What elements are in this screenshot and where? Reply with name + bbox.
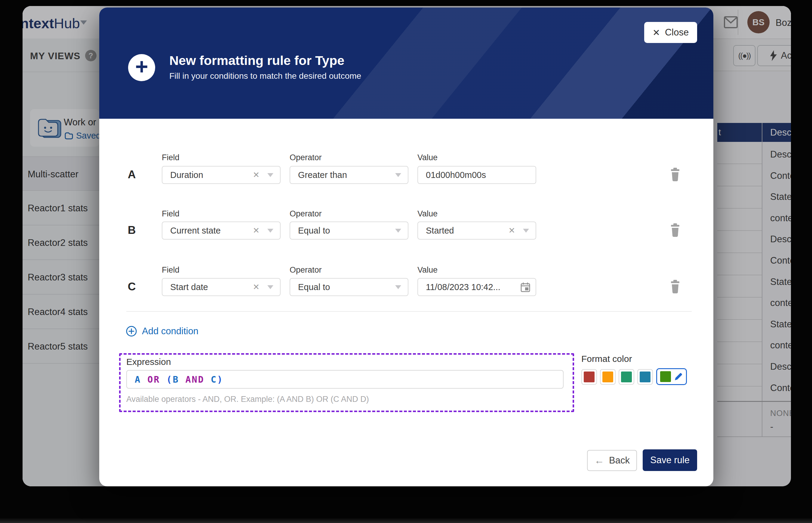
- delete-condition-button[interactable]: [669, 223, 681, 237]
- chevron-down-icon[interactable]: [395, 173, 401, 177]
- arrow-left-icon: ←: [594, 455, 604, 466]
- close-icon: ✕: [653, 28, 660, 38]
- chevron-down-icon[interactable]: [267, 285, 273, 289]
- format-color-label: Format color: [581, 354, 632, 364]
- back-label: Back: [609, 455, 630, 466]
- trash-icon: [669, 280, 681, 294]
- value-column-label: Value: [418, 266, 438, 275]
- operator-select[interactable]: Equal to: [289, 221, 408, 239]
- field-select[interactable]: Start date✕: [162, 278, 281, 296]
- color-swatch[interactable]: [637, 369, 653, 385]
- pencil-icon[interactable]: [674, 372, 683, 381]
- color-swatch[interactable]: [581, 369, 597, 385]
- plus-badge-icon: +: [128, 54, 155, 81]
- trash-icon: [669, 223, 681, 237]
- field-column-label: Field: [162, 266, 179, 275]
- clear-x-icon[interactable]: ✕: [253, 282, 260, 292]
- save-rule-button[interactable]: Save rule: [643, 449, 697, 471]
- clear-x-icon[interactable]: ✕: [253, 170, 260, 180]
- field-select[interactable]: Current state✕: [162, 221, 281, 239]
- field-column-label: Field: [162, 209, 179, 218]
- value-column-label: Value: [418, 153, 438, 162]
- save-rule-label: Save rule: [650, 455, 690, 466]
- chevron-down-icon[interactable]: [395, 285, 401, 289]
- back-button[interactable]: ← Back: [587, 450, 637, 471]
- clear-x-icon[interactable]: ✕: [508, 226, 515, 235]
- condition-letter: B: [126, 224, 138, 237]
- add-condition-button[interactable]: Add condition: [126, 326, 198, 337]
- modal-title: New formatting rule for Type: [169, 53, 345, 68]
- trash-icon: [669, 168, 681, 182]
- expression-helper-text: Available operators - AND, OR. Example: …: [126, 395, 369, 404]
- operator-column-label: Operator: [289, 266, 322, 275]
- color-swatch[interactable]: [619, 369, 634, 385]
- operator-column-label: Operator: [289, 153, 322, 162]
- delete-condition-button[interactable]: [669, 280, 681, 294]
- add-condition-label: Add condition: [142, 326, 198, 337]
- operator-select[interactable]: Equal to: [289, 278, 408, 296]
- chevron-down-icon[interactable]: [267, 229, 273, 233]
- value-input[interactable]: 11/08/2023 10:42...: [418, 278, 536, 296]
- chevron-down-icon[interactable]: [395, 229, 401, 233]
- condition-letter: C: [126, 281, 138, 293]
- value-input[interactable]: Started✕: [418, 221, 536, 239]
- circle-plus-icon: [126, 326, 137, 337]
- calendar-icon[interactable]: [520, 282, 531, 292]
- custom-color: [660, 371, 671, 382]
- field-column-label: Field: [162, 153, 179, 162]
- shadow-glow: [0, 518, 812, 523]
- divider: [126, 311, 692, 312]
- close-button[interactable]: ✕ Close: [644, 22, 697, 43]
- custom-color-swatch-selected[interactable]: [656, 368, 687, 385]
- close-label: Close: [665, 27, 689, 38]
- condition-letter: A: [126, 168, 138, 181]
- value-input[interactable]: 01d00h00m00s: [418, 166, 536, 184]
- expression-value: A OR (B AND C): [135, 374, 224, 385]
- modal-header: + New formatting rule for Type Fill in y…: [99, 7, 713, 119]
- delete-condition-button[interactable]: [669, 168, 681, 182]
- color-swatch[interactable]: [600, 369, 616, 385]
- formatting-rule-modal: + New formatting rule for Type Fill in y…: [99, 7, 713, 486]
- field-select[interactable]: Duration✕: [162, 166, 281, 184]
- modal-subtitle: Fill in your conditions to match the des…: [169, 71, 361, 81]
- chevron-down-icon[interactable]: [267, 173, 273, 177]
- clear-x-icon[interactable]: ✕: [253, 226, 260, 235]
- expression-input[interactable]: A OR (B AND C): [126, 370, 564, 389]
- chevron-down-icon[interactable]: [523, 229, 529, 233]
- value-column-label: Value: [418, 209, 438, 218]
- expression-label: Expression: [126, 357, 171, 367]
- operator-select[interactable]: Greater than: [289, 166, 408, 184]
- operator-column-label: Operator: [289, 209, 322, 218]
